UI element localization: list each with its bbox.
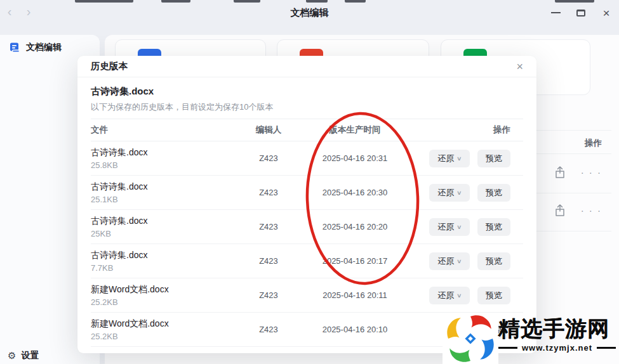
minimize-button[interactable] <box>543 0 568 25</box>
sidebar-item-label: 文档编辑 <box>26 42 62 53</box>
gear-icon: ⚙ <box>8 351 16 361</box>
title-bar: ‹ › 文档编辑 × <box>0 0 619 25</box>
version-timestamp: 2025-04-16 20:17 <box>300 256 409 266</box>
restore-button[interactable]: 还原∨ <box>429 287 470 304</box>
share-icon[interactable] <box>554 166 566 179</box>
preview-button[interactable]: 预览 <box>477 252 510 270</box>
more-actions-icon[interactable]: · · · <box>581 207 602 214</box>
version-editor: Z423 <box>237 290 300 300</box>
version-editor: Z423 <box>237 222 300 231</box>
background-ops-header: 操作 <box>585 138 602 149</box>
chevron-down-icon: ∨ <box>456 292 462 299</box>
maximize-icon <box>576 10 585 16</box>
version-row: 古诗诗集.docx7.7KBZ4232025-04-16 20:17还原∨预览 <box>91 244 523 278</box>
modal-close-icon[interactable]: × <box>516 61 523 72</box>
version-file-name: 新建Word文档.docx <box>91 318 237 330</box>
pinwheel-logo-icon <box>446 315 495 363</box>
sidebar-item-settings[interactable]: ⚙ 设置 <box>0 345 46 364</box>
version-row: 古诗诗集.docx25KBZ4232025-04-16 20:20还原∨预览 <box>91 210 523 244</box>
site-watermark: 精选手游网 www.tzymjx.net <box>443 313 618 364</box>
background-file-actions: · · · <box>554 166 602 179</box>
watermark-divider <box>597 347 616 349</box>
background-file-actions: · · · <box>554 204 602 217</box>
preview-button[interactable]: 预览 <box>477 184 510 202</box>
preview-button[interactable]: 预览 <box>477 150 510 167</box>
watermark-logo <box>443 313 498 364</box>
modal-subtitle: 以下为保存的历史版本，目前设定为保存10个版本 <box>91 101 523 113</box>
column-header-ops: 操作 <box>409 124 523 136</box>
maximize-button[interactable] <box>568 0 594 25</box>
chevron-down-icon: ∨ <box>456 224 462 230</box>
version-file-size: 25KB <box>91 229 237 238</box>
version-row: 古诗诗集.docx25.1KBZ4232025-04-16 20:30还原∨预览 <box>91 176 523 210</box>
version-file-size: 7.7KB <box>91 263 237 273</box>
share-icon[interactable] <box>554 204 566 217</box>
version-editor: Z423 <box>237 325 300 334</box>
close-window-button[interactable]: × <box>594 0 619 25</box>
preview-button[interactable]: 预览 <box>477 287 510 304</box>
more-actions-icon[interactable]: · · · <box>581 169 602 176</box>
app-title: 文档编辑 <box>0 0 619 25</box>
restore-button[interactable]: 还原∨ <box>429 184 470 202</box>
version-timestamp: 2025-04-16 20:20 <box>300 222 409 231</box>
version-row: 新建Word文档.docx25.2KBZ4232025-04-16 20:11还… <box>91 278 523 313</box>
document-icon <box>9 42 20 53</box>
version-editor: Z423 <box>237 188 300 197</box>
restore-button[interactable]: 还原∨ <box>429 218 470 236</box>
version-editor: Z423 <box>237 256 300 266</box>
version-file-name: 古诗诗集.docx <box>91 216 237 227</box>
version-file-size: 25.8KB <box>91 160 237 170</box>
chevron-down-icon: ∨ <box>456 190 462 196</box>
modal-title: 历史版本 <box>91 60 128 72</box>
version-file-size: 25.2KB <box>91 332 237 341</box>
version-table-header: 文件 编辑人 版本生产时间 操作 <box>91 119 523 141</box>
version-row: 古诗诗集.docx25.8KBZ4232025-04-16 20:31还原∨预览 <box>91 141 523 176</box>
version-file-name: 新建Word文档.docx <box>91 284 237 296</box>
version-timestamp: 2025-04-16 20:30 <box>300 188 409 197</box>
version-editor: Z423 <box>237 153 300 163</box>
close-icon: × <box>602 7 609 19</box>
version-timestamp: 2025-04-16 20:31 <box>300 153 409 163</box>
column-header-file: 文件 <box>91 124 237 136</box>
preview-button[interactable]: 预览 <box>477 218 510 236</box>
watermark-site-url: www.tzymjx.net <box>522 343 592 353</box>
watermark-site-name: 精选手游网 <box>498 316 616 341</box>
version-timestamp: 2025-04-16 20:10 <box>300 325 409 334</box>
version-file-size: 25.2KB <box>91 297 237 307</box>
version-file-size: 25.1KB <box>91 195 237 204</box>
chevron-down-icon: ∨ <box>456 258 462 264</box>
column-header-time: 版本生产时间 <box>300 124 409 136</box>
version-file-name: 古诗诗集.docx <box>91 147 237 159</box>
restore-button[interactable]: 还原∨ <box>429 150 470 167</box>
chevron-down-icon: ∨ <box>456 155 462 162</box>
watermark-divider <box>498 347 517 349</box>
minimize-icon <box>551 12 561 13</box>
version-file-name: 古诗诗集.docx <box>91 250 237 261</box>
history-versions-modal: 历史版本 × 古诗诗集.docx 以下为保存的历史版本，目前设定为保存10个版本… <box>77 56 536 353</box>
version-timestamp: 2025-04-16 20:11 <box>300 290 409 300</box>
version-file-name: 古诗诗集.docx <box>91 181 237 193</box>
settings-label: 设置 <box>21 350 39 361</box>
restore-button[interactable]: 还原∨ <box>429 252 470 270</box>
modal-file-title: 古诗诗集.docx <box>91 86 523 98</box>
column-header-editor: 编辑人 <box>237 124 300 136</box>
